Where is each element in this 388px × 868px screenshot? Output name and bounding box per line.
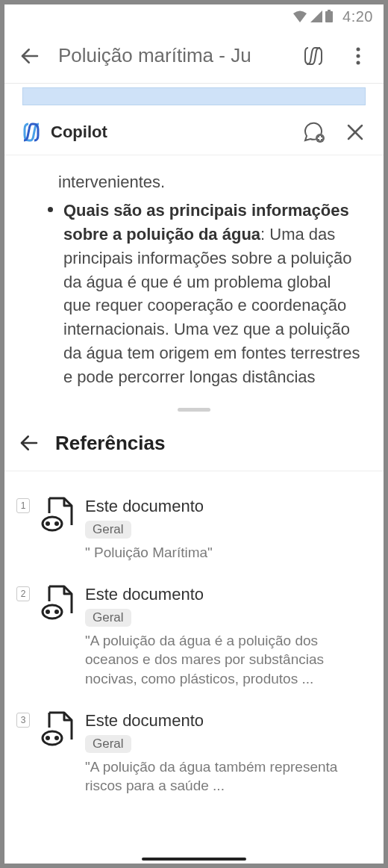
references-header: Referências (4, 417, 384, 471)
reference-title: Este documento (85, 497, 366, 516)
copilot-response-area[interactable]: intervenientes. Quais são as principais … (4, 155, 384, 402)
reference-quote: "A poluição da água é a poluição dos oce… (85, 631, 366, 689)
chat-plus-icon (301, 120, 325, 144)
copilot-panel-header: Copilot (4, 109, 384, 155)
svg-rect-1 (328, 10, 331, 11)
copilot-shortcut-button[interactable] (297, 40, 330, 72)
reference-index-badge: 1 (16, 498, 30, 513)
app-title: Poluição marítima - Ju (58, 44, 285, 67)
reference-badge: Geral (85, 735, 131, 753)
document-selection-highlight (22, 87, 366, 105)
svg-point-18 (43, 731, 62, 745)
document-link-icon (40, 583, 75, 621)
svg-point-5 (357, 61, 360, 64)
reference-title: Este documento (85, 585, 366, 604)
reference-badge: Geral (85, 521, 131, 539)
response-line-previous-tail: intervenientes. (58, 170, 165, 194)
reference-index-badge: 3 (16, 713, 30, 728)
references-title: Referências (55, 432, 165, 455)
svg-point-19 (46, 736, 50, 740)
reference-title: Este documento (85, 711, 366, 731)
svg-point-3 (357, 47, 360, 51)
more-vertical-icon (349, 46, 367, 66)
svg-point-15 (43, 605, 62, 619)
copilot-logo-icon (21, 122, 42, 143)
bullet-icon (48, 207, 53, 212)
home-indicator[interactable] (142, 858, 246, 861)
overflow-menu-button[interactable] (342, 40, 375, 72)
reference-index-badge: 2 (16, 586, 30, 601)
new-chat-button[interactable] (297, 116, 330, 149)
arrow-left-icon (18, 432, 40, 454)
reference-item[interactable]: 2 Este documento Geral "A poluição da ág… (10, 568, 378, 695)
copilot-panel-title: Copilot (51, 123, 288, 142)
references-list[interactable]: 1 Este documento Geral " Poluição Maríti… (4, 471, 384, 864)
svg-point-17 (54, 610, 59, 614)
battery-icon (325, 10, 334, 23)
svg-point-20 (54, 736, 59, 740)
svg-point-16 (46, 610, 50, 614)
app-bar: Poluição marítima - Ju (4, 28, 384, 84)
wifi-icon (292, 10, 308, 23)
cellular-icon (310, 10, 323, 23)
reference-quote: " Poluição Marítima" (85, 543, 366, 562)
document-link-icon (40, 710, 75, 747)
document-link-icon (40, 495, 75, 533)
svg-point-12 (43, 517, 62, 530)
drag-handle-bar-icon (178, 408, 210, 412)
copilot-glyph-icon (301, 43, 326, 69)
document-preview-strip (4, 84, 384, 109)
svg-point-4 (357, 54, 360, 58)
status-icons (292, 10, 334, 23)
close-panel-button[interactable] (339, 116, 372, 149)
svg-point-14 (54, 521, 59, 526)
close-icon (345, 123, 365, 142)
panel-drag-handle[interactable] (4, 402, 384, 417)
status-time: 4:20 (342, 8, 373, 25)
status-bar: 4:20 (4, 4, 384, 28)
arrow-left-icon (19, 45, 41, 67)
response-bullet: Quais são as principais informações sobr… (63, 199, 361, 389)
reference-badge: Geral (85, 609, 131, 627)
svg-point-13 (46, 521, 50, 526)
reference-item[interactable]: 1 Este documento Geral " Poluição Maríti… (10, 480, 378, 568)
svg-rect-0 (325, 11, 333, 22)
response-bullet-body: : Uma das principais informações sobre a… (63, 225, 360, 386)
back-button[interactable] (13, 40, 46, 72)
reference-quote: "A poluição da água também representa ri… (85, 757, 366, 796)
reference-item[interactable]: 3 Este documento Geral "A poluição da ág… (10, 695, 378, 802)
references-back-button[interactable] (16, 430, 42, 456)
